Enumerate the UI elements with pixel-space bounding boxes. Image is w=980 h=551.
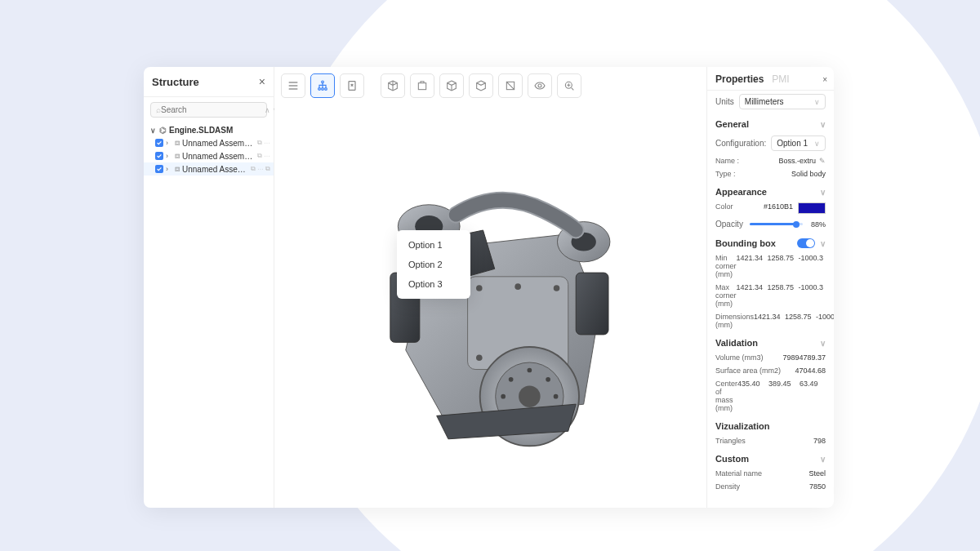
tree-mode-button[interactable] (310, 73, 335, 98)
part-icon: ⧈ (175, 164, 180, 174)
model-view[interactable] (336, 157, 646, 451)
toolbar-view (381, 73, 581, 98)
frame-button[interactable] (410, 73, 434, 98)
cube2-button[interactable] (439, 73, 464, 98)
page-button[interactable] (340, 73, 364, 98)
structure-tree: ∨ ⌬ Engine.SLDASM › ⧈ Unnamed Assembly ⧉… (144, 122, 274, 177)
section-viz[interactable]: Vizualization (707, 415, 834, 434)
density-value: 7850 (809, 482, 826, 491)
svg-point-10 (538, 84, 541, 87)
viewport[interactable] (274, 67, 706, 508)
svg-point-13 (476, 285, 483, 291)
chevron-down-icon: ∨ (820, 239, 826, 248)
context-menu-item[interactable]: Option 1 (397, 235, 470, 255)
triangles-value: 798 (813, 437, 826, 445)
chevron-down-icon: ∨ (820, 188, 826, 197)
chevron-down-icon: ∨ (814, 140, 820, 148)
chevron-down-icon: ∨ (820, 120, 826, 129)
svg-point-5 (322, 88, 324, 91)
checkbox[interactable] (155, 165, 163, 173)
name-value: Boss.-extru (778, 157, 816, 165)
com-value: 435.40389.4563.49 (737, 380, 827, 412)
properties-panel: Properties PMI × Units Millimeters∨ Gene… (706, 67, 834, 508)
svg-point-24 (501, 394, 506, 399)
context-menu-item[interactable]: Option 2 (397, 255, 470, 274)
chevron-right-icon[interactable]: › (166, 165, 172, 173)
volume-value: 79894789.37 (782, 353, 826, 362)
chevron-down-icon: ∨ (814, 98, 820, 106)
section-custom[interactable]: Custom∨ (707, 447, 834, 467)
units-select[interactable]: Millimeters∨ (739, 94, 826, 109)
checkbox[interactable] (155, 139, 163, 147)
chevron-right-icon[interactable]: › (166, 139, 172, 147)
chevron-down-icon: ∨ (820, 455, 826, 464)
menu-button[interactable] (281, 73, 305, 98)
section-general[interactable]: General∨ (707, 113, 834, 132)
close-icon[interactable]: × (822, 75, 827, 84)
checkbox[interactable] (155, 152, 163, 160)
context-menu-item[interactable]: Option 3 (397, 274, 470, 294)
chevron-down-icon: ∨ (820, 339, 826, 348)
section-bbox[interactable]: Bounding box ∨ (707, 232, 834, 251)
opacity-slider[interactable] (750, 223, 803, 225)
svg-point-22 (527, 368, 532, 373)
edit-icon[interactable]: ✎ (819, 157, 826, 165)
type-value: Solid body (791, 170, 826, 178)
svg-point-17 (514, 283, 521, 290)
tree-item-actions[interactable]: ⧉ ⋯ (257, 139, 270, 147)
bbox-max: 1421.341258.75-1000.3 (737, 283, 826, 308)
material-value: Steel (808, 469, 826, 478)
svg-rect-35 (576, 273, 608, 335)
svg-point-21 (519, 385, 541, 407)
structure-title: Structure (152, 76, 199, 88)
svg-point-27 (546, 377, 550, 382)
config-label: Configuration: (715, 139, 766, 148)
units-label: Units (715, 97, 734, 106)
area-value: 47044.68 (795, 367, 826, 375)
color-hex: #1610B1 (764, 202, 793, 214)
part-icon: ⧈ (175, 138, 180, 148)
zoom-button[interactable] (557, 73, 581, 98)
tree-root[interactable]: ∨ ⌬ Engine.SLDASM (144, 124, 274, 136)
tree-item-actions[interactable]: ⧉ ⋯ (257, 152, 270, 160)
tree-item[interactable]: › ⧈ Unnamed Assembly2 ⧉ ⋯ (144, 149, 274, 162)
svg-rect-8 (418, 83, 425, 90)
section-validation[interactable]: Validation∨ (707, 331, 834, 351)
toolbar-left (281, 73, 364, 98)
chevron-right-icon[interactable]: › (166, 152, 172, 160)
config-select[interactable]: Option 1∨ (771, 136, 826, 151)
section-button[interactable] (498, 73, 523, 98)
context-menu: Option 1 Option 2 Option 3 (397, 230, 470, 299)
structure-panel: Structure × ⌕ ∧∨× ∨ ⌬ Engine.SLDASM › ⧈ … (144, 67, 274, 508)
bbox-toggle[interactable] (797, 238, 815, 248)
svg-point-4 (318, 88, 321, 91)
svg-point-26 (508, 377, 513, 382)
svg-point-15 (476, 355, 483, 362)
assembly-icon: ⌬ (159, 126, 167, 135)
close-icon[interactable]: × (259, 75, 265, 88)
part-icon: ⧈ (175, 151, 180, 161)
tree-item-actions[interactable]: ⧉ ⋯ ⧉ (251, 165, 270, 173)
tab-pmi[interactable]: PMI (772, 73, 789, 85)
svg-point-6 (325, 88, 327, 91)
section-appearance[interactable]: Appearance∨ (707, 180, 834, 200)
tab-properties[interactable]: Properties (715, 73, 764, 85)
svg-point-14 (553, 285, 559, 291)
svg-point-25 (553, 394, 558, 399)
tree-item[interactable]: › ⧈ Unnamed Assembly ⧉ ⋯ (144, 136, 274, 149)
color-swatch[interactable] (798, 202, 826, 214)
app-window: Structure × ⌕ ∧∨× ∨ ⌬ Engine.SLDASM › ⧈ … (144, 67, 834, 508)
bbox-dim: 1421.341258.75-1000.3 (754, 313, 834, 329)
bbox-min: 1421.341258.75-1000.3 (737, 254, 826, 278)
cube-button[interactable] (381, 73, 405, 98)
svg-point-3 (322, 81, 324, 83)
chevron-down-icon[interactable]: ∨ (150, 127, 157, 135)
opacity-value: 88% (808, 220, 826, 229)
tree-item[interactable]: › ⧈ Unnamed Assembly ⧉ ⋯ ⧉ (144, 162, 274, 176)
cube3-button[interactable] (469, 73, 493, 98)
search-input[interactable]: ⌕ ∧∨× (150, 102, 267, 118)
visibility-button[interactable] (528, 73, 552, 98)
